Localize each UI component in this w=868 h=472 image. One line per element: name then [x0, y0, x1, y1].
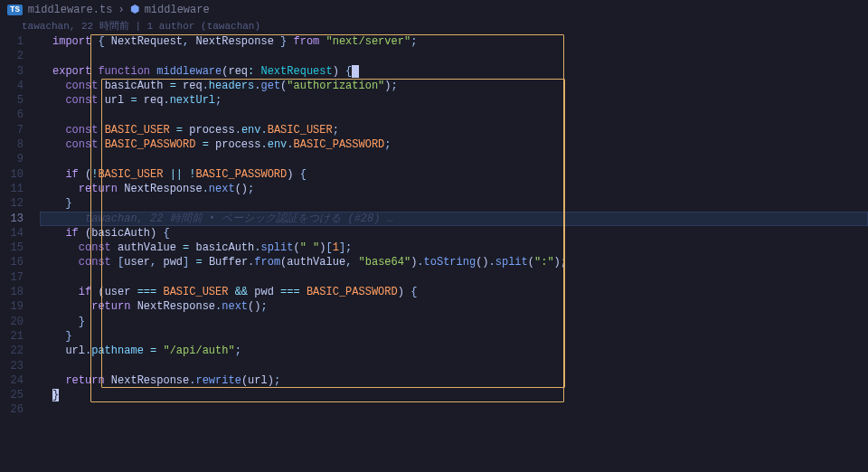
code-line: import { NextRequest, NextResponse } fro… — [40, 34, 868, 49]
gitlens-inline-blame: tawachan, 22 時間前 • ベーシック認証をつける (#28) … — [52, 212, 393, 225]
code-line — [40, 108, 868, 122]
line-number: 6 — [0, 108, 24, 122]
line-number: 24 — [0, 373, 24, 388]
line-number: 18 — [0, 285, 24, 299]
symbol-method-icon: ⬢ — [130, 3, 139, 16]
code-line: } — [40, 388, 868, 402]
code-line: return NextResponse.rewrite(url); — [40, 373, 868, 388]
line-number: 11 — [0, 182, 24, 196]
line-number: 9 — [0, 152, 24, 166]
code-line: } — [40, 315, 868, 329]
typescript-icon: TS — [7, 5, 23, 15]
code-area[interactable]: import { NextRequest, NextResponse } fro… — [40, 34, 868, 418]
breadcrumb-file[interactable]: middleware.ts — [28, 4, 113, 16]
line-number: 4 — [0, 79, 24, 93]
code-line — [40, 402, 868, 417]
line-number: 17 — [0, 270, 24, 285]
line-number-gutter: 1234567891011121314151617181920212223242… — [0, 34, 40, 418]
line-number: 12 — [0, 196, 24, 211]
code-line — [40, 359, 868, 373]
line-number: 15 — [0, 241, 24, 255]
line-number: 13 — [0, 212, 24, 226]
code-line: return NextResponse.next(); — [40, 182, 868, 196]
line-number: 21 — [0, 329, 24, 344]
code-line: } — [40, 196, 868, 211]
line-number: 7 — [0, 123, 24, 137]
line-number: 22 — [0, 344, 24, 358]
line-number: 26 — [0, 402, 24, 417]
code-line: } — [40, 329, 868, 344]
code-line: if (user === BASIC_USER && pwd === BASIC… — [40, 285, 868, 299]
line-number: 19 — [0, 299, 24, 314]
code-line: const authValue = basicAuth.split(" ")[1… — [40, 241, 868, 255]
code-line: return NextResponse.next(); — [40, 299, 868, 314]
line-number: 8 — [0, 137, 24, 152]
code-line: const BASIC_USER = process.env.BASIC_USE… — [40, 123, 868, 137]
code-line: const [user, pwd] = Buffer.from(authValu… — [40, 255, 868, 269]
breadcrumb-separator: › — [118, 4, 124, 16]
code-editor[interactable]: 1234567891011121314151617181920212223242… — [0, 34, 868, 418]
code-line-current: tawachan, 22 時間前 • ベーシック認証をつける (#28) … — [40, 212, 868, 226]
code-line: if (!BASIC_USER || !BASIC_PASSWORD) { — [40, 167, 868, 182]
breadcrumb[interactable]: TS middleware.ts › ⬢ middleware — [0, 0, 868, 19]
line-number: 2 — [0, 49, 24, 63]
line-number: 25 — [0, 388, 24, 402]
line-number: 1 — [0, 34, 24, 49]
code-line: url.pathname = "/api/auth"; — [40, 344, 868, 358]
line-number: 10 — [0, 167, 24, 182]
gitlens-file-annotation: tawachan, 22 時間前 | 1 author (tawachan) — [0, 19, 868, 34]
code-line — [40, 152, 868, 166]
line-number: 16 — [0, 255, 24, 269]
line-number: 5 — [0, 93, 24, 108]
line-number: 3 — [0, 64, 24, 79]
code-line — [40, 49, 868, 63]
code-line: const url = req.nextUrl; — [40, 93, 868, 108]
code-line: export function middleware(req: NextRequ… — [40, 64, 868, 79]
breadcrumb-symbol[interactable]: middleware — [145, 4, 210, 16]
code-line: const BASIC_PASSWORD = process.env.BASIC… — [40, 137, 868, 152]
line-number: 23 — [0, 359, 24, 373]
code-line: if (basicAuth) { — [40, 226, 868, 241]
code-line: const basicAuth = req.headers.get("autho… — [40, 79, 868, 93]
line-number: 20 — [0, 315, 24, 329]
code-line — [40, 270, 868, 285]
line-number: 14 — [0, 226, 24, 241]
